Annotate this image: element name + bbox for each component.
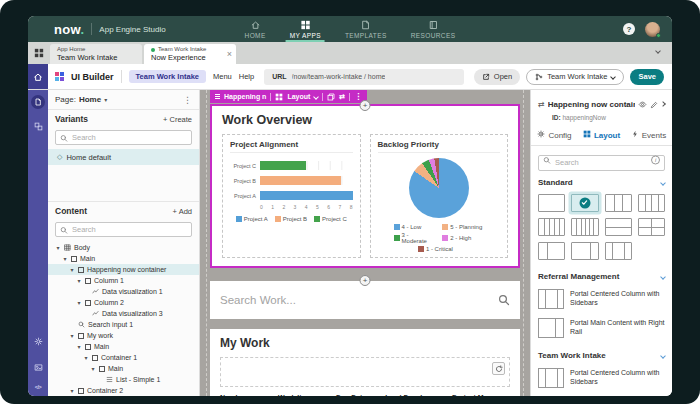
edit-pencil-icon[interactable] <box>650 95 658 113</box>
panel-tab-events[interactable]: Events <box>625 125 672 145</box>
tree-caret-icon[interactable]: ▾ <box>83 354 89 361</box>
close-tab-icon[interactable]: × <box>227 50 232 59</box>
content-search-input[interactable] <box>55 222 192 237</box>
settings-icon[interactable] <box>34 332 43 350</box>
work-overview-container[interactable]: + Work Overview Project Alignment Projec… <box>210 104 520 268</box>
panel-tab-layout[interactable]: Layout <box>578 125 625 145</box>
collapse-panel-chevron-icon[interactable] <box>660 101 666 107</box>
tree-caret-icon[interactable]: ▾ <box>76 343 82 350</box>
tree-item-main[interactable]: ▾ Main <box>48 341 199 352</box>
layout-thumb-six-column[interactable] <box>571 218 598 236</box>
layout-thumb-two-row[interactable] <box>605 218 632 236</box>
tree-caret-icon[interactable]: ▾ <box>90 365 96 372</box>
layout-thumb-current-layout-selected[interactable] <box>571 194 598 212</box>
layout-thumb-five-column[interactable] <box>538 218 565 236</box>
layout-thumb-three-column[interactable] <box>605 194 632 212</box>
pie-chart-card[interactable]: Backlog Priority 4 - Low5 - Planning3 - … <box>370 134 509 258</box>
tree-caret-icon[interactable]: ▾ <box>76 277 82 284</box>
tree-item-body[interactable]: ▾ Body <box>48 242 199 253</box>
tabs-overflow-chevron-icon[interactable] <box>656 39 672 57</box>
info-icon[interactable]: i <box>651 155 660 164</box>
section-header-standard[interactable]: Standard <box>538 174 665 192</box>
page-selector[interactable]: Page: Home ▾ ⋮ <box>48 90 199 110</box>
nav-item-home[interactable]: HOME <box>241 16 270 42</box>
tree-item-column-1[interactable]: ▾ Column 1 <box>48 275 199 286</box>
column-header-project-manager[interactable]: Project Manager <box>452 394 510 396</box>
url-bar[interactable]: URL /now/team-work-intake / home <box>264 69 464 85</box>
create-variant-button[interactable]: + Create <box>163 115 192 124</box>
column-header-due-date[interactable]: Due Date <box>336 394 385 396</box>
nav-item-resources[interactable]: RESOURCES <box>407 16 460 42</box>
tree-item-container-2[interactable]: ▾ Container 2 <box>48 385 199 396</box>
panel-tab-config[interactable]: Config <box>531 125 578 145</box>
app-picker-dropdown[interactable]: Team Work Intake <box>526 69 624 85</box>
tree-item-column-2[interactable]: ▾ Column 2 <box>48 297 199 308</box>
add-content-button[interactable]: + Add <box>173 207 192 216</box>
nav-item-templates[interactable]: TEMPLATES <box>341 16 391 42</box>
help-icon[interactable]: ? <box>623 23 635 35</box>
column-header-lead-developer[interactable]: Lead Developer <box>385 394 452 396</box>
tree-item-list-simple-1[interactable]: List - Simple 1 <box>48 374 199 385</box>
tree-caret-icon[interactable]: ▾ <box>69 387 75 394</box>
tree-item-my-work[interactable]: ▾ My work <box>48 330 199 341</box>
legend-label: 3 - Moderate <box>402 232 436 244</box>
layout-thumb-one-column[interactable] <box>538 194 565 212</box>
tree-item-main[interactable]: ▾ Main <box>48 253 199 264</box>
open-button[interactable]: Open <box>474 69 520 85</box>
layout-thumb-four-column[interactable] <box>638 194 665 212</box>
layout-thumb-two-by-two[interactable] <box>638 218 665 236</box>
search-work-component[interactable]: + Search Work... <box>210 281 520 319</box>
section-header-team-work-intake[interactable]: Team Work Intake <box>538 347 665 365</box>
menu-button[interactable]: Menu <box>213 72 232 81</box>
tree-caret-icon[interactable]: ▾ <box>55 244 61 251</box>
avatar[interactable] <box>645 22 660 37</box>
save-button[interactable]: Save <box>630 69 664 85</box>
tree-caret-icon[interactable]: ▾ <box>76 299 82 306</box>
variants-search-input[interactable] <box>55 130 192 145</box>
context-kebab-icon[interactable]: ⋮ <box>354 92 362 101</box>
tree-caret-icon[interactable]: ▾ <box>69 332 75 339</box>
drag-handle-icon[interactable] <box>215 94 220 99</box>
bar-chart-card[interactable]: Project Alignment Project C Project B Pr… <box>222 134 361 258</box>
tree-item-search-input-1[interactable]: Search input 1 <box>48 319 199 330</box>
workspace-tab-team-work-intake[interactable]: App Home Team Work Intake <box>50 44 142 64</box>
tree-item-main[interactable]: ▾ Main <box>48 363 199 374</box>
insert-component-button[interactable]: + <box>360 275 371 286</box>
refresh-button[interactable] <box>492 362 505 375</box>
help-button[interactable]: Help <box>239 72 254 81</box>
layout-thumb-left-sidebar[interactable] <box>538 242 565 260</box>
column-header-number[interactable]: Number ▲ <box>220 394 278 396</box>
layout-search-input[interactable] <box>538 155 665 171</box>
tree-item-happening-now-container[interactable]: ▾ Happening now container <box>48 264 199 275</box>
x-tick: 4 <box>305 204 308 210</box>
scope-pill[interactable]: Team Work Intake <box>129 70 207 83</box>
insert-component-above-button[interactable]: + <box>360 100 371 111</box>
layout-option-portal-centered-column-with-sidebars[interactable]: Portal Centered Column with Sidebars <box>538 368 665 388</box>
layout-thumb-right-sidebar[interactable] <box>571 242 598 260</box>
tree-item-data-visualization-1[interactable]: Data visualization 1 <box>48 286 199 297</box>
nav-item-my-apps[interactable]: MY APPS <box>286 16 325 42</box>
column-header-work-item[interactable]: Work Item <box>278 394 336 396</box>
pages-icon[interactable] <box>31 95 45 109</box>
variant-item-home-default[interactable]: ◇Home default <box>48 149 199 165</box>
duplicate-icon[interactable] <box>327 93 335 101</box>
visibility-eye-icon[interactable] <box>638 95 647 113</box>
tree-item-data-visualization-3[interactable]: Data visualization 3 <box>48 308 199 319</box>
page-kebab-icon[interactable]: ⋮ <box>183 95 192 105</box>
section-header-referral-management[interactable]: Referral Management <box>538 268 665 286</box>
tree-item-container-1[interactable]: ▾ Container 1 <box>48 352 199 363</box>
code-icon[interactable]: </> <box>35 384 41 390</box>
tree-caret-icon[interactable]: ▾ <box>69 266 75 273</box>
layout-option-portal-main-content-with-right-rail[interactable]: Portal Main Content with Right Rail <box>538 318 665 338</box>
tree-caret-icon[interactable]: ▾ <box>62 255 68 262</box>
app-switcher-icon[interactable] <box>28 42 50 64</box>
theme-icon[interactable] <box>34 358 43 376</box>
experiences-icon[interactable] <box>34 117 43 135</box>
workspace-tab-now-experience[interactable]: Team Work Intake Now Experience × <box>144 44 236 64</box>
context-layout-button[interactable]: Layout <box>287 93 310 100</box>
builder-home-icon[interactable] <box>28 64 48 89</box>
my-work-container[interactable]: My Work Number ▲Work ItemDue DateLead De… <box>210 329 520 396</box>
layout-thumb-both-sidebars[interactable] <box>605 242 632 260</box>
move-component-icon[interactable]: ⇄ <box>339 93 345 101</box>
layout-option-portal-centered-column-with-sidebars[interactable]: Portal Centered Column with Sidebars <box>538 289 665 309</box>
